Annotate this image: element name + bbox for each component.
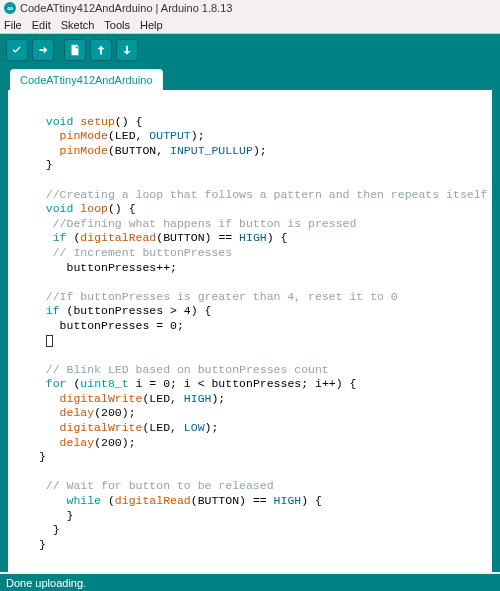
menu-tools[interactable]: Tools — [104, 19, 130, 31]
menu-file[interactable]: File — [4, 19, 22, 31]
arrow-right-icon — [36, 43, 50, 57]
code-token: ); — [205, 421, 219, 434]
code-token: while — [67, 494, 102, 507]
code-token: (BUTTON) == — [156, 231, 239, 244]
code-token: () { — [108, 202, 136, 215]
arrow-up-icon — [94, 43, 108, 57]
code-token: ( — [67, 231, 81, 244]
code-token: ) { — [301, 494, 322, 507]
code-token: i = 0; i < buttonPresses; i++) { — [129, 377, 357, 390]
verify-button[interactable] — [6, 39, 28, 61]
code-token: loop — [80, 202, 108, 215]
code-token: ); — [191, 129, 205, 142]
menu-bar: File Edit Sketch Tools Help — [0, 16, 500, 34]
code-token: (LED, — [108, 129, 149, 142]
tab-sketch[interactable]: CodeATtiny412AndArduino — [10, 69, 163, 90]
arduino-logo-icon: ∞ — [4, 2, 16, 14]
arrow-down-icon — [120, 43, 134, 57]
code-comment: //If buttonPresses is greater than 4, re… — [46, 290, 398, 303]
code-token: setup — [80, 115, 115, 128]
file-icon — [68, 43, 82, 57]
menu-sketch[interactable]: Sketch — [61, 19, 95, 31]
code-comment: //Defining what happens if button is pre… — [53, 217, 357, 230]
code-comment: //Creating a loop that follows a pattern… — [46, 188, 488, 201]
toolbar — [0, 34, 500, 66]
new-button[interactable] — [64, 39, 86, 61]
code-token: (LED, — [142, 392, 183, 405]
code-token: ); — [211, 392, 225, 405]
code-token: (LED, — [142, 421, 183, 434]
code-token: (200); — [94, 406, 135, 419]
save-button[interactable] — [116, 39, 138, 61]
code-token: } — [67, 509, 74, 522]
code-comment: // Wait for button to be released — [46, 479, 274, 492]
upload-button[interactable] — [32, 39, 54, 61]
code-token: buttonPresses = 0; — [60, 319, 184, 332]
editor-area[interactable]: void setup() { pinMode(LED, OUTPUT); pin… — [0, 90, 500, 572]
code-token: ( — [67, 377, 81, 390]
code-token: pinMode — [60, 129, 108, 142]
menu-help[interactable]: Help — [140, 19, 163, 31]
code-token: HIGH — [239, 231, 267, 244]
code-token: delay — [60, 406, 95, 419]
code-token: digitalWrite — [60, 421, 143, 434]
code-token: pinMode — [60, 144, 108, 157]
code-token: INPUT_PULLUP — [170, 144, 253, 157]
code-token: if — [46, 304, 60, 317]
code-token: if — [53, 231, 67, 244]
cursor — [46, 335, 53, 347]
code-token: } — [39, 538, 46, 551]
open-button[interactable] — [90, 39, 112, 61]
code-token: (BUTTON) == — [191, 494, 274, 507]
code-token: } — [39, 450, 46, 463]
status-text: Done uploading. — [6, 577, 86, 589]
code-token: digitalRead — [80, 231, 156, 244]
code-token: uint8_t — [80, 377, 128, 390]
code-token: for — [46, 377, 67, 390]
code-token: digitalWrite — [60, 392, 143, 405]
status-bar: Done uploading. — [0, 574, 500, 591]
code-editor[interactable]: void setup() { pinMode(LED, OUTPUT); pin… — [8, 90, 492, 562]
code-token: } — [53, 523, 60, 536]
code-token: (200); — [94, 436, 135, 449]
code-token: void — [46, 115, 74, 128]
code-token: OUTPUT — [149, 129, 190, 142]
window-title: CodeATtiny412AndArduino | Arduino 1.8.13 — [20, 2, 232, 14]
code-token: LOW — [184, 421, 205, 434]
code-comment: // Increment buttonPresses — [53, 246, 232, 259]
check-icon — [10, 43, 24, 57]
code-token: (buttonPresses > 4) { — [60, 304, 212, 317]
code-token: buttonPresses++; — [67, 261, 177, 274]
code-token: delay — [60, 436, 95, 449]
tab-row: CodeATtiny412AndArduino — [0, 66, 500, 90]
code-token: void — [46, 202, 74, 215]
code-token: } — [46, 158, 53, 171]
code-token: (BUTTON, — [108, 144, 170, 157]
code-token: digitalRead — [115, 494, 191, 507]
menu-edit[interactable]: Edit — [32, 19, 51, 31]
code-token: HIGH — [184, 392, 212, 405]
code-comment: // Blink LED based on buttonPresses coun… — [46, 363, 329, 376]
code-token: HIGH — [274, 494, 302, 507]
title-bar: ∞ CodeATtiny412AndArduino | Arduino 1.8.… — [0, 0, 500, 16]
code-token: ); — [253, 144, 267, 157]
code-token: () { — [115, 115, 143, 128]
code-token: ) { — [267, 231, 288, 244]
code-token: ( — [101, 494, 115, 507]
